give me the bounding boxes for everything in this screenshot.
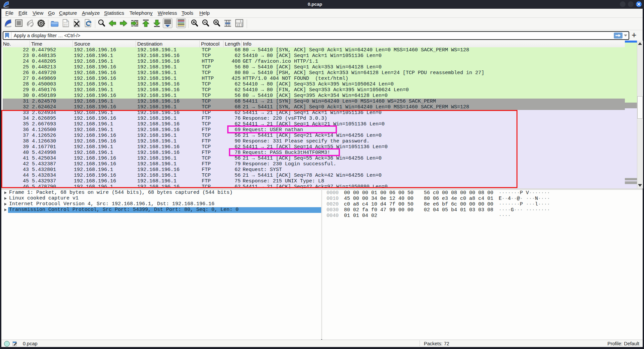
svg-text:1: 1: [240, 19, 242, 23]
svg-text:3: 3: [241, 23, 243, 27]
svg-text:2: 2: [237, 23, 239, 27]
svg-text:0111: 0111: [64, 25, 68, 27]
